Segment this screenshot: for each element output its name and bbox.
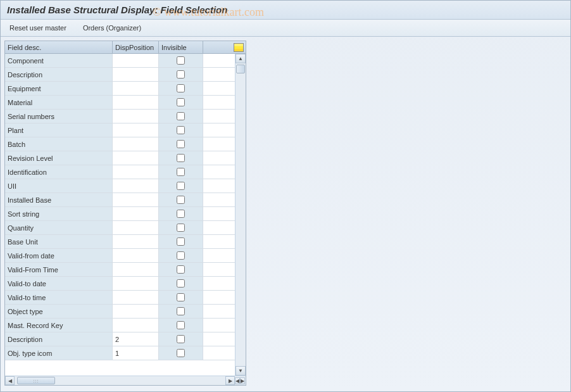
cell-disp-position[interactable] bbox=[113, 221, 159, 234]
table-row: Component bbox=[5, 54, 246, 68]
cell-disp-position[interactable] bbox=[113, 110, 159, 123]
cell-field-desc[interactable]: Description bbox=[5, 332, 113, 346]
cell-field-desc[interactable]: Sort string bbox=[5, 207, 113, 220]
invisible-checkbox[interactable] bbox=[177, 279, 185, 288]
invisible-checkbox[interactable] bbox=[177, 112, 185, 120]
invisible-checkbox[interactable] bbox=[177, 321, 185, 329]
scroll-down-button[interactable]: ▼ bbox=[235, 366, 246, 376]
cell-field-desc[interactable]: Valid-From Time bbox=[5, 263, 113, 276]
cell-disp-position[interactable] bbox=[113, 151, 159, 165]
cell-field-desc[interactable]: Obj. type icom bbox=[5, 346, 113, 360]
cell-field-desc[interactable]: Plant bbox=[5, 123, 113, 137]
invisible-checkbox[interactable] bbox=[177, 224, 185, 232]
cell-field-desc[interactable]: Quantity bbox=[5, 221, 113, 234]
col-header-disp-position[interactable]: DispPosition bbox=[113, 41, 159, 53]
cell-field-desc[interactable]: Serial numbers bbox=[5, 110, 113, 123]
cell-disp-position[interactable] bbox=[113, 179, 159, 193]
cell-field-desc[interactable]: Equipment bbox=[5, 82, 113, 95]
cell-disp-position[interactable]: 2 bbox=[113, 332, 159, 346]
table-row: Sort string bbox=[5, 207, 246, 221]
cell-disp-position[interactable] bbox=[113, 68, 159, 81]
cell-disp-position[interactable] bbox=[113, 207, 159, 220]
cell-invisible bbox=[159, 207, 203, 220]
vscroll-track[interactable] bbox=[235, 63, 246, 366]
invisible-checkbox[interactable] bbox=[177, 293, 185, 301]
cell-invisible bbox=[159, 165, 203, 179]
cell-field-desc[interactable]: Object type bbox=[5, 305, 113, 318]
invisible-checkbox[interactable] bbox=[177, 307, 185, 315]
table-row: Serial numbers bbox=[5, 110, 246, 123]
invisible-checkbox[interactable] bbox=[177, 140, 185, 148]
cell-disp-position[interactable] bbox=[113, 137, 159, 151]
cell-field-desc[interactable]: Identification bbox=[5, 165, 113, 179]
col-header-field-desc[interactable]: Field desc. bbox=[5, 41, 113, 53]
table-row: Valid-From Time bbox=[5, 263, 246, 277]
table-settings-icon[interactable] bbox=[234, 43, 244, 52]
scroll-left-end-button[interactable]: ◀ bbox=[235, 377, 240, 384]
cell-disp-position[interactable] bbox=[113, 263, 159, 276]
invisible-checkbox[interactable] bbox=[177, 196, 185, 204]
invisible-checkbox[interactable] bbox=[177, 168, 185, 176]
scroll-up-button[interactable]: ▲ bbox=[235, 54, 246, 63]
cell-invisible bbox=[159, 179, 203, 193]
cell-disp-position[interactable] bbox=[113, 277, 159, 290]
cell-field-desc[interactable]: Revision Level bbox=[5, 151, 113, 165]
cell-field-desc[interactable]: Batch bbox=[5, 137, 113, 151]
cell-invisible bbox=[159, 319, 203, 332]
cell-disp-position[interactable] bbox=[113, 305, 159, 318]
table-row: Valid-from date bbox=[5, 249, 246, 263]
invisible-checkbox[interactable] bbox=[177, 210, 185, 218]
reset-user-master-button[interactable]: Reset user master bbox=[7, 23, 69, 33]
cell-disp-position[interactable]: 1 bbox=[113, 346, 159, 360]
table-row: Quantity bbox=[5, 221, 246, 235]
cell-field-desc[interactable]: UII bbox=[5, 179, 113, 193]
cell-disp-position[interactable] bbox=[113, 123, 159, 137]
cell-disp-position[interactable] bbox=[113, 165, 159, 179]
cell-disp-position[interactable] bbox=[113, 193, 159, 206]
hscroll-track[interactable]: ::: bbox=[15, 376, 225, 385]
scroll-left-button[interactable]: ◀ bbox=[5, 376, 15, 385]
invisible-checkbox[interactable] bbox=[177, 154, 185, 162]
invisible-checkbox[interactable] bbox=[177, 349, 185, 357]
invisible-checkbox[interactable] bbox=[177, 251, 185, 260]
cell-disp-position[interactable] bbox=[113, 291, 159, 304]
cell-field-desc[interactable]: Mast. Record Key bbox=[5, 319, 113, 332]
cell-disp-position[interactable] bbox=[113, 96, 159, 109]
cell-field-desc[interactable]: Valid-from date bbox=[5, 249, 113, 262]
invisible-checkbox[interactable] bbox=[177, 237, 185, 246]
invisible-checkbox[interactable] bbox=[177, 98, 185, 106]
scroll-right-end-button[interactable]: ▶ bbox=[240, 377, 245, 384]
cell-invisible bbox=[159, 54, 203, 67]
cell-field-desc[interactable]: Valid-to date bbox=[5, 277, 113, 290]
cell-field-desc[interactable]: Component bbox=[5, 54, 113, 67]
cell-field-desc[interactable]: Installed Base bbox=[5, 193, 113, 206]
cell-invisible bbox=[159, 346, 203, 360]
invisible-checkbox[interactable] bbox=[177, 84, 185, 92]
invisible-checkbox[interactable] bbox=[177, 265, 185, 274]
hscroll-thumb[interactable]: ::: bbox=[17, 377, 55, 384]
invisible-checkbox[interactable] bbox=[177, 56, 185, 65]
table-row: Equipment bbox=[5, 82, 246, 96]
cell-disp-position[interactable] bbox=[113, 82, 159, 95]
scroll-right-button[interactable]: ▶ bbox=[225, 376, 235, 385]
invisible-checkbox[interactable] bbox=[177, 335, 185, 343]
invisible-checkbox[interactable] bbox=[177, 70, 185, 79]
col-header-invisible[interactable]: Invisible bbox=[159, 41, 203, 53]
cell-field-desc[interactable]: Material bbox=[5, 96, 113, 109]
table-row: Description2 bbox=[5, 332, 246, 346]
cell-field-desc[interactable]: Valid-to time bbox=[5, 291, 113, 304]
table-header: Field desc. DispPosition Invisible bbox=[5, 41, 246, 54]
invisible-checkbox[interactable] bbox=[177, 182, 185, 190]
cell-field-desc[interactable]: Base Unit bbox=[5, 235, 113, 248]
horizontal-scrollbar: ◀ ::: ▶ ◀▶ bbox=[5, 376, 246, 385]
vscroll-thumb[interactable] bbox=[236, 65, 245, 73]
cell-field-desc[interactable]: Description bbox=[5, 68, 113, 81]
cell-disp-position[interactable] bbox=[113, 235, 159, 248]
orders-organizer-button[interactable]: Orders (Organizer) bbox=[80, 23, 144, 33]
cell-disp-position[interactable] bbox=[113, 249, 159, 262]
table-row: Valid-to time bbox=[5, 291, 246, 305]
invisible-checkbox[interactable] bbox=[177, 126, 185, 134]
cell-disp-position[interactable] bbox=[113, 54, 159, 67]
table-row: Revision Level bbox=[5, 151, 246, 165]
cell-disp-position[interactable] bbox=[113, 319, 159, 332]
